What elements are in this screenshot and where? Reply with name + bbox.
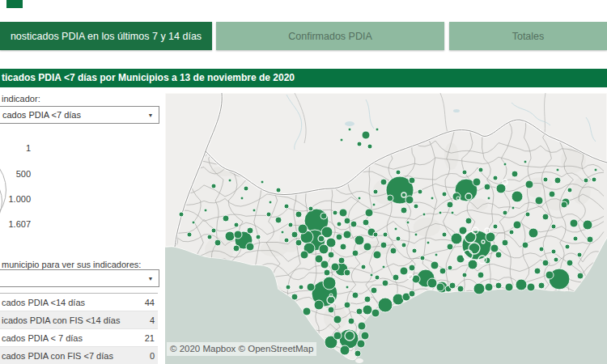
size-legend-value: 500 [0, 169, 31, 179]
page-title: ticados PDIA <7 días por Municipios a 13… [0, 69, 607, 87]
row-value: 4 [150, 315, 158, 325]
tab-label: Totales [512, 31, 545, 42]
row-value: 44 [145, 298, 158, 307]
chevron-down-icon: ▼ [142, 276, 159, 281]
tab-totales[interactable]: Totales [449, 22, 607, 50]
app-logo [6, 0, 23, 8]
tab-label: Confirmados PDIA [288, 31, 372, 42]
row-value: 0 [150, 351, 158, 361]
row-label: icados PDIA con FIS <14 días [0, 315, 150, 325]
size-legend-value: 1.000 [0, 194, 31, 204]
tab-confirmados-pdia[interactable]: Confirmados PDIA [216, 22, 444, 50]
row-label: cados PDIA < 7 días [0, 333, 145, 343]
row-label: cados PDIA <14 días [0, 298, 145, 307]
table-row[interactable]: icados PDIA con FIS <14 días 4 [0, 311, 158, 328]
row-value: 21 [145, 333, 158, 343]
table-row[interactable]: cados PDIA < 7 días 21 [0, 328, 158, 346]
indicator-dropdown[interactable]: cados PDIA <7 días ▼ [0, 106, 159, 124]
indicator-table: cados PDIA <14 días 44 icados PDIA con F… [0, 293, 158, 364]
map-attribution: © 2020 Mapbox © OpenStreetMap [167, 342, 316, 356]
table-row[interactable]: cados PDIA <14 días 44 [0, 294, 158, 311]
mapbox-attribution-link[interactable]: © 2020 Mapbox [170, 344, 236, 353]
osm-attribution-link[interactable]: © OpenStreetMap [239, 344, 314, 353]
table-row[interactable]: cados PDIA con FIS <7 días 0 [0, 346, 158, 364]
indicator-dropdown-value: cados PDIA <7 días [0, 110, 142, 120]
bubble-map[interactable]: © 2020 Mapbox © OpenStreetMap [165, 93, 607, 364]
size-legend-value: 1 [0, 143, 31, 153]
municipio-dropdown[interactable]: ▼ [0, 269, 159, 287]
filters-panel: indicador: cados PDIA <7 días ▼ 1 500 1.… [0, 87, 166, 364]
tab-diagnosticados-7-14[interactable]: nosticados PDIA en los últimos 7 y 14 dí… [0, 22, 212, 50]
chevron-down-icon: ▼ [142, 112, 159, 118]
gibraltar [355, 358, 363, 363]
tab-label: nosticados PDIA en los últimos 7 y 14 dí… [11, 31, 202, 42]
tab-strip: nosticados PDIA en los últimos 7 y 14 dí… [0, 22, 607, 50]
indicator-label: indicador: [2, 94, 40, 104]
size-legend-value: 1.607 [0, 219, 31, 229]
size-legend-circle [0, 150, 6, 230]
municipio-label: municipio para ver sus indicadores: [2, 260, 141, 269]
row-label: cados PDIA con FIS <7 días [0, 351, 150, 361]
